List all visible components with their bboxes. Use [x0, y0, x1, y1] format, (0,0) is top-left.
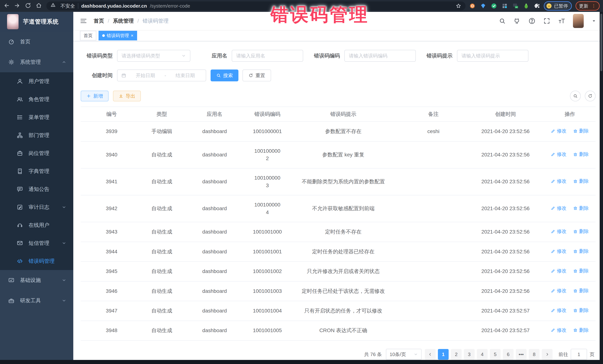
breadcrumb-home[interactable]: 首页: [94, 17, 104, 24]
sidebar-item-1[interactable]: 首页: [0, 32, 73, 52]
help-icon[interactable]: [528, 17, 535, 24]
page-button-8[interactable]: 8: [529, 349, 540, 360]
error-code-input[interactable]: 请输入错误码编码: [344, 50, 416, 62]
hamburger-icon[interactable]: [80, 17, 87, 24]
browser-scrollbar[interactable]: [600, 12, 603, 360]
tag-close-icon[interactable]: ×: [131, 33, 133, 38]
reload-icon[interactable]: [25, 2, 32, 10]
error-type-select[interactable]: 请选择错误码类型: [117, 50, 190, 62]
table-row[interactable]: 3939手动编辑dashboard1001000001参数配置不存在ceshi2…: [81, 121, 596, 141]
prev-page-button[interactable]: [425, 349, 436, 360]
add-button[interactable]: 新增: [81, 91, 109, 101]
sidebar-item-11[interactable]: 在线用户: [0, 216, 73, 234]
page-button-3[interactable]: 3: [464, 349, 475, 360]
extension-green-bug-icon[interactable]: [523, 3, 529, 9]
edit-link[interactable]: 修改: [551, 248, 567, 255]
edit-link[interactable]: 修改: [551, 151, 567, 158]
font-size-icon[interactable]: [558, 17, 565, 24]
extensions-puzzle-icon[interactable]: [534, 3, 540, 9]
edit-link[interactable]: 修改: [551, 178, 567, 185]
edit-link[interactable]: 修改: [551, 307, 567, 314]
sidebar-item-14[interactable]: 基础设施: [0, 270, 73, 290]
app-name-input[interactable]: 请输入应用名: [232, 50, 303, 62]
bookmark-star-icon[interactable]: [455, 3, 462, 9]
refresh-table-button[interactable]: [585, 91, 596, 101]
edit-link[interactable]: 修改: [551, 128, 567, 134]
date-range-picker[interactable]: 开始日期 - 结束日期: [117, 69, 206, 81]
sidebar-item-8[interactable]: 字典管理: [0, 162, 73, 180]
sidebar-item-9[interactable]: 通知公告: [0, 180, 73, 198]
delete-link[interactable]: 删除: [573, 151, 589, 158]
edit-link[interactable]: 修改: [551, 287, 567, 294]
delete-link[interactable]: 删除: [573, 287, 589, 294]
delete-link[interactable]: 删除: [573, 205, 589, 212]
user-avatar[interactable]: [573, 14, 584, 28]
page-size-select[interactable]: 10条/页: [386, 349, 422, 360]
page-button-6[interactable]: 6: [503, 349, 514, 360]
edit-link[interactable]: 修改: [551, 327, 567, 334]
edit-link[interactable]: 修改: [551, 267, 567, 275]
delete-link[interactable]: 删除: [573, 327, 589, 334]
table-row[interactable]: 3940自动生成dashboard100100000 2参数配置 key 重复2…: [81, 141, 596, 168]
sidebar-item-5[interactable]: 菜单管理: [0, 108, 73, 126]
sidebar-item-4[interactable]: 角色管理: [0, 90, 73, 108]
breadcrumb-system[interactable]: 系统管理: [113, 17, 134, 24]
sidebar-item-10[interactable]: 审计日志: [0, 198, 73, 216]
delete-link[interactable]: 删除: [573, 307, 589, 314]
search-icon[interactable]: [499, 17, 506, 24]
error-hint-input[interactable]: 请输入错误码提示: [457, 50, 528, 62]
table-row[interactable]: 3945自动生成dashboard1001001002只允许修改为开启或者关闭状…: [81, 262, 596, 281]
address-bar[interactable]: 不安全 dashboard.yudao.iocoder.cn /system/e…: [46, 1, 465, 10]
scrollbar-thumb[interactable]: [600, 14, 602, 71]
sidebar-item-7[interactable]: 岗位管理: [0, 144, 73, 162]
page-button-5[interactable]: 5: [490, 349, 500, 360]
table-row[interactable]: 3946自动生成dashboard1001001003定时任务已经处于该状态，无…: [81, 281, 596, 301]
page-button-1[interactable]: 1: [438, 349, 449, 360]
browser-profile-chip[interactable]: 已暂停: [544, 1, 572, 11]
extension-green-check-icon[interactable]: [491, 3, 497, 9]
table-row[interactable]: 3944自动生成dashboard1001001001定时任务的处理器已经存在2…: [81, 242, 596, 262]
back-icon[interactable]: [3, 2, 10, 10]
sidebar-logo-row[interactable]: 芋道管理系统: [0, 12, 73, 32]
forward-icon[interactable]: [14, 2, 21, 10]
sidebar-item-15[interactable]: 研发工具: [0, 290, 73, 311]
sidebar-item-6[interactable]: 部门管理: [0, 126, 73, 144]
extension-on-badge-icon[interactable]: on: [512, 3, 519, 9]
edit-link[interactable]: 修改: [551, 228, 567, 235]
page-button-2[interactable]: 2: [451, 349, 462, 360]
page-button-4[interactable]: 4: [477, 349, 487, 360]
edit-link[interactable]: 修改: [551, 205, 567, 212]
table-row[interactable]: 3942自动生成dashboard100100000 4不允许获取敏感配置到前端…: [81, 195, 596, 222]
extension-grid-icon[interactable]: [501, 3, 508, 9]
next-page-button[interactable]: [542, 349, 553, 360]
reset-button[interactable]: 重置: [243, 69, 271, 81]
delete-link[interactable]: 删除: [573, 178, 589, 185]
home-icon[interactable]: [36, 2, 43, 10]
sidebar-item-3[interactable]: 用户管理: [0, 72, 73, 90]
github-icon[interactable]: [514, 17, 521, 24]
extension-gem-icon[interactable]: [480, 3, 486, 9]
delete-link[interactable]: 删除: [573, 248, 589, 255]
extension-orange-icon[interactable]: [469, 3, 475, 9]
pager-ellipsis[interactable]: •••: [516, 349, 527, 360]
table-row[interactable]: 3943自动生成dashboard1001001000定时任务不存在2021-0…: [81, 222, 596, 242]
sidebar-item-12[interactable]: 短信管理: [0, 234, 73, 252]
table-row[interactable]: 3947自动生成dashboard1001001004只有开启状态的任务，才可以…: [81, 301, 596, 321]
browser-update-button[interactable]: 更新: [576, 1, 600, 11]
goto-page-input[interactable]: 1: [571, 349, 587, 360]
table-row[interactable]: 3941自动生成dashboard100100000 3不能删除类型为系统内置的…: [81, 168, 596, 195]
sidebar-item-13[interactable]: 错误码管理: [0, 252, 73, 270]
tag-1[interactable]: 首页: [80, 31, 96, 40]
fullscreen-icon[interactable]: [543, 17, 550, 24]
caret-down-icon[interactable]: [591, 19, 596, 23]
tag-2[interactable]: 错误码管理×: [99, 31, 137, 40]
sidebar-item-2[interactable]: 系统管理: [0, 52, 73, 72]
table-row[interactable]: 3948自动生成dashboard1001001005CRON 表达式不正确20…: [81, 321, 596, 341]
delete-link[interactable]: 删除: [573, 267, 589, 275]
kebab-menu-icon[interactable]: [591, 3, 596, 8]
export-button[interactable]: 导出: [113, 91, 141, 101]
toggle-search-button[interactable]: [570, 91, 581, 101]
search-button[interactable]: 搜索: [211, 69, 238, 81]
delete-link[interactable]: 删除: [573, 128, 589, 134]
delete-link[interactable]: 删除: [573, 228, 589, 235]
